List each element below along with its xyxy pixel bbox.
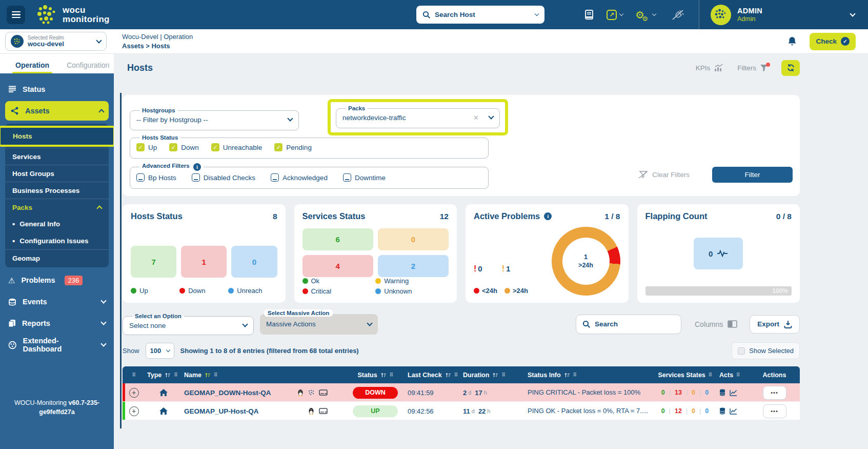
table-search[interactable] bbox=[576, 315, 681, 334]
drag-handle-icon[interactable]: ⠿ bbox=[174, 372, 177, 378]
sidebar-item-problems[interactable]: ⚠ Problems 236 bbox=[0, 269, 114, 291]
services-states[interactable]: 0| 13| 0| 0 bbox=[655, 389, 715, 396]
services-states[interactable]: 0| 12| 0| 0 bbox=[655, 407, 715, 415]
drag-handle-icon[interactable]: ⠿ bbox=[573, 372, 577, 378]
hamburger-menu-button[interactable] bbox=[7, 6, 25, 24]
docs-book-icon[interactable] bbox=[584, 9, 594, 21]
clear-filters-button[interactable]: Clear Filters bbox=[638, 171, 690, 179]
drag-handle-icon[interactable]: ⠿ bbox=[736, 372, 740, 378]
hosts-unreach-count[interactable]: 0 bbox=[231, 246, 277, 278]
table-search-input[interactable] bbox=[595, 320, 675, 328]
column-header-name[interactable]: Name ⠿ bbox=[182, 372, 345, 379]
external-apps-menu[interactable]: ↗ bbox=[607, 10, 623, 20]
sidebar-item-packs[interactable]: Packs bbox=[5, 199, 109, 216]
events-log-icon[interactable] bbox=[719, 407, 725, 415]
sidebar-item-extended-dashboard[interactable]: Extended-Dashboard bbox=[0, 334, 114, 356]
sort-icon[interactable] bbox=[445, 372, 451, 378]
metrics-chart-icon[interactable] bbox=[730, 408, 737, 415]
tab-configuration[interactable]: Configuration bbox=[66, 57, 110, 73]
notifications-bell-icon[interactable] bbox=[787, 36, 797, 47]
sidebar-item-business-processes[interactable]: Business Processes bbox=[5, 182, 109, 199]
flapping-value-block[interactable]: 0 bbox=[694, 238, 743, 269]
info-icon[interactable]: i bbox=[193, 163, 201, 171]
page-size-select[interactable]: 100 bbox=[146, 343, 174, 359]
column-header-acts[interactable]: Acts ⠿ bbox=[717, 372, 749, 379]
sidebar-item-reports[interactable]: Reports bbox=[0, 313, 114, 334]
disconnect-plug-icon[interactable] bbox=[671, 9, 684, 21]
check-button[interactable]: Check ✓ bbox=[810, 33, 856, 50]
hosts-down-count[interactable]: 1 bbox=[181, 246, 227, 278]
settings-menu[interactable]: ⚙⚙ bbox=[635, 10, 656, 20]
clear-pack-icon[interactable]: ✕ bbox=[473, 114, 479, 122]
sidebar-item-configuration-issues[interactable]: • Configuration Issues bbox=[5, 232, 109, 249]
row-actions-button[interactable]: ••• bbox=[763, 386, 786, 400]
option-select[interactable]: Select an Option Select none bbox=[123, 313, 254, 335]
services-warning-count[interactable]: 0 bbox=[378, 228, 449, 250]
sidebar-item-geomap[interactable]: Geomap bbox=[5, 249, 109, 266]
realm-selector[interactable]: Selected Realm wocu-devel bbox=[5, 32, 107, 51]
checkbox-unreachable[interactable]: ✓ Unreachable bbox=[211, 143, 263, 151]
expand-row-icon[interactable]: + bbox=[129, 388, 139, 398]
export-button[interactable]: Export bbox=[750, 315, 800, 334]
metrics-chart-icon[interactable] bbox=[730, 389, 737, 396]
packs-select[interactable]: Packs networkdevice-traffic ✕ bbox=[336, 105, 500, 128]
tab-operation[interactable]: Operation bbox=[14, 57, 50, 73]
host-search-input[interactable] bbox=[435, 11, 531, 18]
column-header-duration[interactable]: Duration ⠿ bbox=[461, 372, 526, 379]
sort-icon[interactable] bbox=[564, 372, 570, 378]
columns-toggle[interactable]: Columns bbox=[695, 320, 737, 328]
sidebar-item-general-info[interactable]: • General Info bbox=[5, 216, 109, 232]
show-selected-toggle[interactable]: Show Selected bbox=[732, 342, 800, 359]
hosts-up-count[interactable]: 7 bbox=[131, 246, 176, 278]
column-header-services-states[interactable]: Services States ⠿ bbox=[653, 372, 717, 379]
column-header-last-check[interactable]: Last Check ⠿ bbox=[406, 372, 461, 379]
drag-handle-icon[interactable]: ⠿ bbox=[390, 372, 393, 378]
drag-handle-icon[interactable]: ⠿ bbox=[132, 372, 136, 378]
checkbox-up[interactable]: ✓ Up bbox=[136, 143, 157, 151]
sidebar-item-services[interactable]: Services bbox=[5, 148, 109, 165]
breadcrumb-section[interactable]: Assets bbox=[122, 42, 144, 50]
sidebar-item-hosts[interactable]: Hosts bbox=[1, 128, 113, 145]
checkbox-disabled-checks[interactable]: Disabled Checks bbox=[192, 173, 255, 182]
host-name[interactable]: GEOMAP_UP-Host-QA bbox=[184, 407, 259, 415]
sort-icon[interactable] bbox=[380, 372, 387, 378]
checkbox-pending[interactable]: ✓ Pending bbox=[274, 143, 312, 151]
column-header-status-info[interactable]: Status Info ⠿ bbox=[526, 372, 653, 379]
table-row[interactable]: + GEOMAP_DOWN-Host-QA bbox=[123, 383, 800, 402]
hostgroups-select[interactable]: Hostgroups -- Filter by Hostgroup -- bbox=[130, 107, 299, 130]
massive-actions-select[interactable]: Select Massive Action Massive Actions bbox=[260, 314, 378, 335]
checkbox-bp-hosts[interactable]: Bp Hosts bbox=[136, 173, 176, 182]
services-unknown-count[interactable]: 2 bbox=[378, 255, 449, 277]
host-search-dropdown[interactable] bbox=[416, 6, 544, 24]
checkbox-downtime[interactable]: Downtime bbox=[343, 173, 386, 182]
drag-handle-icon[interactable]: ⠿ bbox=[454, 372, 458, 378]
drag-handle-icon[interactable]: ⠿ bbox=[709, 372, 712, 378]
user-menu[interactable]: ADMIN Admin bbox=[699, 0, 868, 29]
expand-row-icon[interactable]: + bbox=[129, 406, 139, 416]
sidebar-item-events[interactable]: Events bbox=[0, 291, 114, 313]
events-log-icon[interactable] bbox=[719, 389, 725, 396]
table-row[interactable]: + GEOMAP_UP-Host-QA bbox=[123, 402, 800, 420]
refresh-button[interactable] bbox=[781, 60, 800, 76]
sidebar-item-host-groups[interactable]: Host Groups bbox=[5, 165, 109, 182]
sort-icon[interactable] bbox=[165, 372, 171, 378]
sort-icon[interactable] bbox=[492, 372, 498, 378]
column-header-status[interactable]: Status ⠿ bbox=[345, 372, 406, 379]
filters-toggle[interactable]: Filters bbox=[737, 64, 768, 72]
breadcrumb-context[interactable]: Wocu-Devel | Operation bbox=[122, 32, 193, 42]
checkbox-acknowledged[interactable]: Acknowledged bbox=[271, 173, 328, 182]
services-ok-count[interactable]: 6 bbox=[302, 228, 373, 250]
drag-handle-icon[interactable]: ⠿ bbox=[501, 372, 505, 378]
sidebar-item-assets[interactable]: Assets bbox=[5, 101, 109, 121]
services-critical-count[interactable]: 4 bbox=[302, 255, 373, 277]
kpis-toggle[interactable]: KPIs bbox=[696, 64, 724, 72]
row-actions-button[interactable]: ••• bbox=[763, 404, 786, 418]
drag-handle-icon[interactable]: ⠿ bbox=[214, 372, 217, 378]
sidebar-item-status[interactable]: Status bbox=[0, 79, 114, 100]
sort-icon-active[interactable] bbox=[205, 372, 211, 378]
info-icon[interactable]: i bbox=[544, 212, 552, 220]
apply-filter-button[interactable]: Filter bbox=[712, 167, 793, 183]
host-name[interactable]: GEOMAP_DOWN-Host-QA bbox=[184, 389, 271, 397]
column-header-type[interactable]: Type ⠿ bbox=[145, 372, 182, 379]
checkbox-down[interactable]: ✓ Down bbox=[169, 143, 199, 151]
